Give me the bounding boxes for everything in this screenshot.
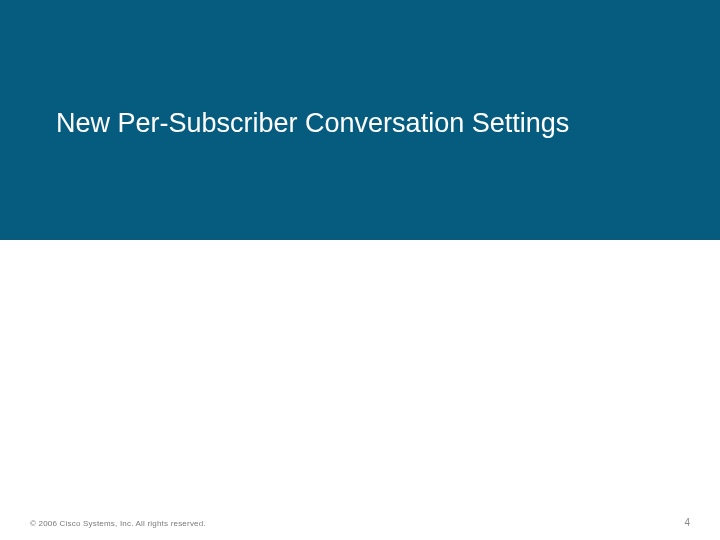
slide-title: New Per-Subscriber Conversation Settings: [56, 108, 569, 139]
copyright-text: © 2006 Cisco Systems, Inc. All rights re…: [30, 519, 206, 528]
page-number: 4: [684, 517, 690, 528]
header-band: New Per-Subscriber Conversation Settings: [0, 0, 720, 240]
footer: © 2006 Cisco Systems, Inc. All rights re…: [30, 517, 690, 528]
